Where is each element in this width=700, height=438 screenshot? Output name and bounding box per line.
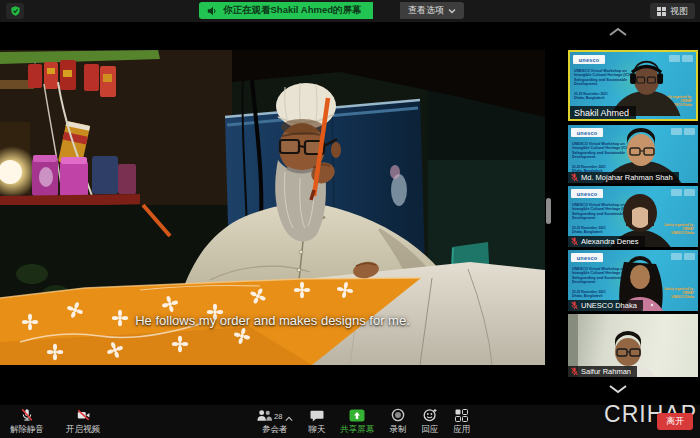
participant-name-tag: Md. Mojahar Rahman Shah (568, 172, 679, 183)
grid-icon (657, 7, 666, 16)
participant-name-tag: UNESCO Dhaka (568, 300, 643, 311)
participant-name: Md. Mojahar Rahman Shah (581, 173, 673, 182)
meeting-top-bar: 你正在观看Shakil Ahmed的屏幕 查看选项 视图 (0, 0, 700, 22)
participants-label: 参会者 (262, 424, 288, 436)
mic-muted-icon (20, 408, 34, 422)
apps-icon (455, 409, 468, 422)
apps-button[interactable]: 应用 (453, 408, 470, 436)
participant-name-tag: Saifur Rahman (568, 366, 637, 377)
share-screen-label: 共享屏幕 (340, 424, 374, 436)
chat-icon (310, 409, 324, 422)
shared-screen-content (0, 22, 545, 405)
participant-name: Alexandra Denes (581, 237, 639, 246)
participant-name: Shakil Ahmed (574, 108, 629, 118)
participants-caret[interactable] (285, 416, 293, 422)
unmute-label: 解除静音 (10, 424, 44, 436)
sidebar-resize-handle[interactable] (546, 198, 551, 224)
muted-mic-icon (571, 173, 578, 182)
shared-screen-video: He follows my order and makes designs fo… (0, 22, 545, 405)
view-button[interactable]: 视图 (650, 3, 695, 19)
participant-name-tag: Alexandra Denes (568, 236, 645, 247)
start-video-button[interactable]: 开启视频 (60, 408, 106, 436)
participant-tile-unesco-dhaka[interactable]: unesco UNESCO Virtual Workshop on Intang… (568, 250, 698, 311)
leave-meeting-button[interactable]: 离开 (657, 413, 693, 430)
banner-text: 你正在观看Shakil Ahmed的屏幕 (223, 4, 361, 17)
reactions-smiley-icon (423, 408, 437, 422)
participants-filmstrip: unesco UNESCO Virtual Workshop on Intang… (552, 22, 700, 405)
participant-tile-saifur-rahman[interactable]: Saifur Rahman (568, 314, 698, 377)
toolbar-center-group: 28 参会者 聊天 (256, 408, 470, 436)
participant-name-tag: Shakil Ahmed (570, 106, 636, 119)
collapse-thumbnails-button[interactable] (606, 26, 630, 38)
participants-count: 28 (274, 412, 282, 421)
participant-tile-alexandra-denes[interactable]: unesco UNESCO Virtual Workshop on Intang… (568, 186, 698, 247)
watching-screen-banner: 你正在观看Shakil Ahmed的屏幕 (199, 2, 373, 19)
start-video-label: 开启视频 (66, 424, 100, 436)
participant-tile-mojahar-rahman-shah[interactable]: unesco UNESCO Virtual Workshop on Intang… (568, 125, 698, 183)
reactions-label: 回应 (421, 424, 438, 436)
muted-mic-icon (571, 301, 578, 310)
chevron-down-icon (608, 384, 628, 394)
record-button[interactable]: 录制 (389, 408, 406, 436)
video-subtitle: He follows my order and makes designs fo… (0, 313, 545, 328)
participants-button[interactable]: 28 参会者 (256, 408, 293, 436)
expand-thumbnails-button[interactable] (606, 383, 630, 395)
record-icon (391, 408, 405, 422)
security-shield-button[interactable] (6, 3, 24, 19)
view-label: 视图 (670, 5, 688, 18)
speaker-icon (207, 6, 217, 16)
camera-off-icon (76, 408, 91, 422)
meeting-toolbar: 解除静音 开启视频 (0, 405, 700, 438)
apps-label: 应用 (453, 424, 470, 436)
chevron-up-icon (608, 27, 628, 37)
share-screen-icon (349, 409, 365, 422)
chat-button[interactable]: 聊天 (308, 408, 325, 436)
view-options-label: 查看选项 (408, 4, 444, 17)
leave-label: 离开 (666, 415, 684, 428)
unmute-button[interactable]: 解除静音 (4, 408, 50, 436)
participant-name: UNESCO Dhaka (581, 301, 637, 310)
chevron-down-icon (448, 8, 456, 14)
muted-mic-icon (571, 237, 578, 246)
record-label: 录制 (389, 424, 406, 436)
participant-tile-shakil-ahmed[interactable]: unesco UNESCO Virtual Workshop on Intang… (568, 50, 698, 121)
reactions-button[interactable]: 回应 (421, 408, 438, 436)
view-options-button[interactable]: 查看选项 (400, 2, 464, 19)
chat-label: 聊天 (308, 424, 325, 436)
share-screen-button[interactable]: 共享屏幕 (340, 408, 374, 436)
participants-icon (256, 409, 273, 422)
participant-name: Saifur Rahman (581, 367, 631, 376)
zoom-meeting-window: 你正在观看Shakil Ahmed的屏幕 查看选项 视图 (0, 0, 700, 438)
muted-mic-icon (571, 367, 578, 376)
shield-icon (10, 5, 21, 17)
